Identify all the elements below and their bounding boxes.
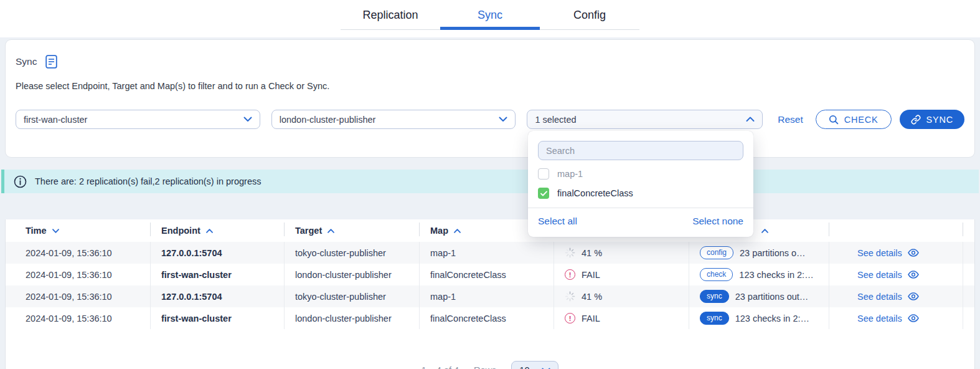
top-tab-bar: Replication Sync Config: [0, 0, 980, 37]
cell-details: See details: [829, 285, 963, 307]
replications-table-card: Time Endpoint Target Map 2024-01-09, 15:…: [5, 219, 975, 369]
cell-time: 2024-01-09, 15:36:10: [6, 264, 150, 285]
see-details-link[interactable]: See details: [857, 314, 919, 323]
operation-text: 23 partitions o…: [740, 248, 806, 258]
operation-text: 123 checks in 2:…: [739, 270, 813, 280]
sort-asc-icon: [454, 229, 461, 233]
cell-map: finalConcreteClass: [419, 307, 554, 329]
see-details-link[interactable]: See details: [857, 270, 919, 280]
check-button[interactable]: CHECK: [816, 110, 892, 129]
maps-dropdown-panel: map-1 finalConcreteClass Select all Sele…: [528, 131, 753, 237]
operation-badge: sync: [700, 312, 729, 325]
sync-button-label: SYNC: [926, 115, 954, 125]
column-header-target-label: Target: [295, 226, 322, 236]
eye-icon: [908, 292, 919, 300]
fail-icon: !: [565, 269, 575, 280]
sort-asc-icon: [327, 229, 334, 233]
column-header-target[interactable]: Target: [284, 219, 419, 242]
select-all-link[interactable]: Select all: [538, 216, 577, 227]
see-details-link[interactable]: See details: [857, 292, 919, 302]
banner-message: There are: 2 replication(s) fail,2 repli…: [35, 176, 261, 186]
status-label: 41 %: [582, 248, 602, 258]
pagination-range: 1 – 4 of 4: [422, 365, 459, 369]
checkbox-unchecked[interactable]: [538, 168, 549, 180]
checkbox-checked[interactable]: [538, 188, 549, 199]
check-button-label: CHECK: [844, 115, 879, 125]
cell-operation: config 23 partitions o…: [689, 242, 829, 264]
see-details-label: See details: [857, 270, 902, 280]
target-select-value: london-cluster-publisher: [280, 115, 376, 125]
cell-details: See details: [829, 264, 963, 285]
cell-operation: check 123 checks in 2:…: [689, 264, 829, 285]
maps-multiselect-value: 1 selected: [535, 115, 576, 125]
cell-status: 41 %: [554, 285, 689, 307]
maps-multiselect[interactable]: 1 selected: [527, 110, 763, 129]
cell-time: 2024-01-09, 15:36:10: [6, 307, 150, 329]
pagination: 1 – 4 of 4 Rows 10: [6, 361, 974, 369]
cell-target: london-cluster-publisher: [284, 307, 419, 329]
link-icon: [911, 115, 921, 125]
info-banner: There are: 2 replication(s) fail,2 repli…: [1, 170, 979, 193]
eye-icon: [908, 314, 919, 322]
see-details-label: See details: [857, 314, 902, 323]
sync-button[interactable]: SYNC: [900, 110, 965, 129]
cell-status: ! FAIL: [554, 307, 689, 329]
check-icon: [540, 191, 547, 196]
see-details-label: See details: [857, 248, 902, 258]
see-details-link[interactable]: See details: [857, 248, 919, 258]
operation-text: 23 partitions out…: [735, 292, 809, 302]
replications-table: Time Endpoint Target Map 2024-01-09, 15:…: [6, 219, 974, 329]
status-label: FAIL: [582, 270, 600, 280]
chevron-down-icon: [499, 117, 507, 122]
rows-per-page-label: Rows: [474, 365, 496, 369]
filter-description: Please select Endpoint, Target and Map(s…: [16, 81, 964, 91]
tab-sync[interactable]: Sync: [440, 0, 540, 29]
eye-icon: [908, 249, 919, 257]
cell-map: map-1: [419, 285, 554, 307]
select-none-link[interactable]: Select none: [692, 216, 743, 227]
operation-badge: config: [700, 246, 733, 259]
status-label: 41 %: [582, 292, 602, 302]
column-header-endpoint-label: Endpoint: [161, 226, 200, 236]
document-icon[interactable]: [45, 55, 57, 69]
cell-status: ! FAIL: [554, 264, 689, 285]
map-option-finalconcreteclass[interactable]: finalConcreteClass: [538, 188, 743, 199]
search-icon: [829, 115, 839, 125]
cell-map: map-1: [419, 242, 554, 264]
endpoint-select-value: first-wan-cluster: [24, 115, 87, 125]
rows-per-page-select[interactable]: 10: [511, 361, 558, 369]
sort-asc-icon: [206, 229, 213, 233]
see-details-label: See details: [857, 292, 902, 302]
column-header-endpoint[interactable]: Endpoint: [150, 219, 284, 242]
search-input[interactable]: [538, 141, 743, 160]
cell-details: See details: [829, 242, 963, 264]
column-header-time[interactable]: Time: [6, 219, 150, 242]
status-label: FAIL: [582, 314, 600, 323]
cell-endpoint: first-wan-cluster: [150, 264, 284, 285]
cell-stub: [963, 242, 974, 264]
reset-button[interactable]: Reset: [778, 114, 803, 125]
maps-dropdown-footer: Select all Select none: [528, 208, 753, 237]
chevron-up-icon: [746, 117, 755, 122]
chevron-down-icon: [243, 117, 252, 122]
tab-replication[interactable]: Replication: [341, 0, 440, 29]
cell-endpoint: first-wan-cluster: [150, 307, 284, 329]
spinner-icon: [565, 247, 575, 258]
cell-details: See details: [829, 307, 963, 329]
cell-stub: [963, 285, 974, 307]
sort-asc-icon: [761, 229, 768, 233]
tab-config[interactable]: Config: [540, 0, 639, 29]
cell-target: tokyo-cluster-publisher: [284, 242, 419, 264]
endpoint-select[interactable]: first-wan-cluster: [16, 110, 260, 129]
spinner-icon: [565, 291, 575, 302]
cell-stub: [963, 264, 974, 285]
map-option-map-1[interactable]: map-1: [538, 168, 743, 180]
operation-text: 123 checks in 2:…: [735, 314, 809, 323]
cell-operation: sync 123 checks in 2:…: [689, 307, 829, 329]
operation-badge: sync: [700, 290, 729, 303]
cell-operation: sync 23 partitions out…: [689, 285, 829, 307]
cell-time: 2024-01-09, 15:36:10: [6, 242, 150, 264]
target-select[interactable]: london-cluster-publisher: [271, 110, 516, 129]
rows-per-page-value: 10: [519, 365, 529, 369]
column-header-map-label: Map: [430, 226, 448, 236]
